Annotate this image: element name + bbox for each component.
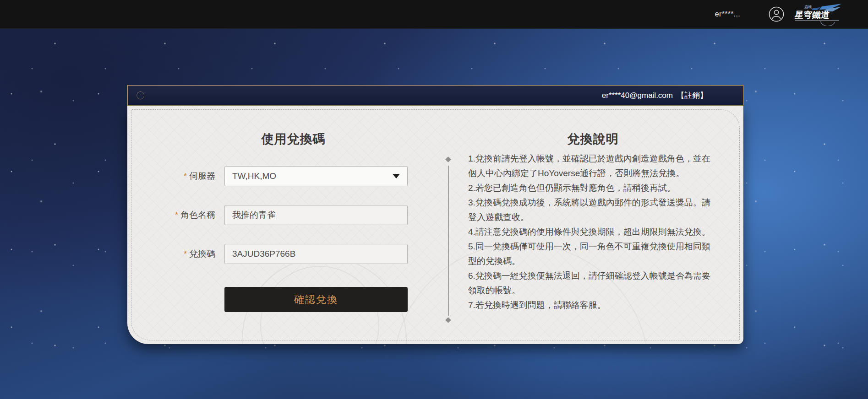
card-body: 使用兌換碼 *伺服器 TW,HK,MO *角色名稱 *兌換碼 確認兌換	[127, 106, 743, 344]
form-title: 使用兌換碼	[178, 131, 409, 147]
redeem-card: er****40@gmail.com 【註銷】 使用兌換碼 *伺服器 TW,HK…	[127, 85, 743, 344]
chevron-down-icon	[393, 174, 400, 178]
required-mark: *	[184, 172, 187, 181]
instruction-item: 6.兌換碼一經兌換便無法退回，請仔細確認登入帳號是否為需要領取的帳號。	[468, 269, 718, 298]
topbar-username[interactable]: er****...	[715, 10, 740, 18]
instruction-item: 4.請注意兌換碼的使用條件與兌換期限，超出期限則無法兌換。	[468, 225, 718, 239]
character-name-input[interactable]	[224, 205, 408, 225]
server-select[interactable]: TW,HK,MO	[224, 166, 408, 186]
account-email: er****40@gmail.com	[602, 91, 673, 100]
redeem-code-row: *兌換碼	[136, 244, 411, 264]
server-select-value: TW,HK,MO	[232, 171, 393, 181]
required-mark: *	[175, 210, 178, 220]
divider	[445, 106, 452, 344]
required-mark: *	[184, 249, 187, 259]
card-header: er****40@gmail.com 【註銷】	[127, 85, 743, 106]
game-logo-icon[interactable]: 崩壞 星穹鐵道	[794, 3, 843, 26]
redeem-code-input[interactable]	[224, 244, 408, 264]
instruction-item: 5.同一兌換碼僅可使用一次，同一角色不可重複兌換使用相同類型的兌換碼。	[468, 239, 718, 269]
user-avatar-icon[interactable]	[769, 6, 784, 22]
top-navbar: er****... 崩壞 星穹鐵道	[0, 0, 868, 29]
svg-text:星穹鐵道: 星穹鐵道	[794, 10, 830, 20]
redeem-code-label: *兌換碼	[136, 248, 215, 260]
instruction-item: 2.若您已創造角色但仍顯示無對應角色，請稍後再試。	[468, 181, 718, 195]
character-name-row: *角色名稱	[136, 205, 411, 225]
instruction-item: 7.若兌換時遇到問題，請聯絡客服。	[468, 298, 718, 313]
confirm-redeem-button[interactable]: 確認兌換	[224, 287, 408, 312]
instruction-item: 3.兌換碼兌換成功後，系統將以遊戲內郵件的形式發送獎品。請登入遊戲查收。	[468, 195, 718, 225]
server-row: *伺服器 TW,HK,MO	[136, 166, 411, 186]
svg-text:崩壞: 崩壞	[804, 5, 812, 9]
instructions-list: 1.兌換前請先登入帳號，並確認已於遊戲內創造遊戲角色，並在個人中心內綁定了HoY…	[468, 151, 718, 313]
redeem-page: er****... 崩壞 星穹鐵道	[0, 0, 868, 399]
instructions-title: 兌換說明	[468, 131, 718, 147]
instruction-item: 1.兌換前請先登入帳號，並確認已於遊戲內創造遊戲角色，並在個人中心內綁定了HoY…	[468, 151, 718, 181]
server-label: *伺服器	[136, 170, 215, 182]
sun-ornament-icon	[136, 92, 144, 99]
character-name-label: *角色名稱	[136, 209, 215, 221]
logout-link[interactable]: 【註銷】	[677, 90, 708, 101]
